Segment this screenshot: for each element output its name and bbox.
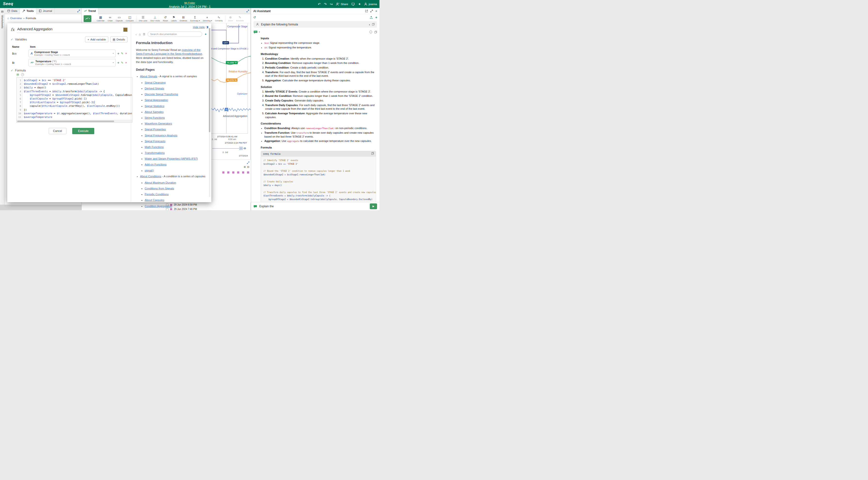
copy-icon[interactable]: [374, 31, 377, 33]
help-topic-link[interactable]: Signal Frequency Analysis: [145, 134, 177, 137]
help-topic-link[interactable]: Water and Steam Properties (IAPWS-IF97): [145, 157, 198, 160]
formula-editor-code[interactable]: $csStage2 = $cs == 'STAGE 2'$boundedCsSt…: [22, 77, 132, 120]
trend-expand-button[interactable]: [245, 8, 251, 14]
help-topic-link[interactable]: About Capsules: [145, 199, 164, 201]
help-topic-link[interactable]: About Maximum Duration: [145, 181, 176, 184]
capsule-table-icon[interactable]: ▦: [222, 171, 225, 174]
display-type-button[interactable]: ▾: [84, 15, 91, 22]
about-signals-link[interactable]: About Signals: [140, 75, 157, 78]
range-slider-handle[interactable]: [240, 147, 243, 150]
user-message-card[interactable]: Explain the following formula ▴: [253, 21, 377, 28]
tab-data[interactable]: Data: [5, 8, 20, 14]
toolbar-button-summary[interactable]: ΣSummary ▾: [189, 15, 202, 22]
my-folder-link[interactable]: My Folder: [184, 2, 195, 4]
capsule-table-icon[interactable]: ▦: [242, 171, 244, 174]
item-select[interactable]: A Compressor Stage Example » Cooling Tow…: [29, 50, 116, 57]
variable-name[interactable]: $t: [11, 61, 29, 64]
help-back-icon[interactable]: ‹: [135, 32, 137, 36]
help-topic-link[interactable]: String Functions: [145, 116, 165, 119]
zoom-out-icon[interactable]: ⊟: [247, 165, 249, 168]
help-topic-link[interactable]: Condition Aggregation: [145, 205, 172, 207]
toolbar-button-gridlines[interactable]: ⊞Gridlines: [178, 15, 189, 22]
formula-doc-icon[interactable]: ▤: [17, 73, 19, 76]
variable-name[interactable]: $cs: [11, 52, 29, 55]
trend-chart[interactable]: Compressor Stage 0 and Compressor Stage …: [211, 23, 251, 159]
range-calendar-icon[interactable]: ⊞: [244, 147, 246, 150]
info-icon[interactable]: i: [369, 31, 372, 33]
help-topic-link[interactable]: Math Functions: [145, 146, 164, 149]
close-icon[interactable]: ×: [375, 9, 377, 13]
scrollbar-thumb[interactable]: [209, 28, 210, 132]
help-topic-link[interactable]: Signal Properties: [145, 128, 166, 131]
formula-help-icon[interactable]: ?: [21, 73, 24, 76]
capsule-table-icon[interactable]: ▦: [232, 171, 234, 174]
redo-icon[interactable]: ↷: [324, 2, 327, 6]
help-topic-link[interactable]: Add-on Functions: [145, 163, 166, 166]
help-index-icon[interactable]: ☰: [143, 33, 145, 36]
zoom-in-icon[interactable]: ⊕: [244, 165, 246, 168]
toolbar-button-capsule[interactable]: ▭Capsule: [114, 15, 124, 22]
toolbar-button-dimming[interactable]: ◐Dimming ▾: [202, 15, 214, 22]
remove-item-button[interactable]: ×: [125, 61, 127, 64]
sparkle-icon[interactable]: ✦: [358, 2, 361, 6]
edit-item-button[interactable]: ✎: [121, 52, 123, 55]
copy-icon[interactable]: [372, 23, 375, 26]
toolbar-button-reset[interactable]: ↺Reset: [161, 15, 169, 22]
help-topic-link[interactable]: signal(): [145, 169, 154, 172]
share-forward-icon[interactable]: ↪: [330, 2, 333, 6]
tab-tools[interactable]: Tools: [20, 8, 36, 14]
undo-icon[interactable]: ↶: [318, 2, 321, 6]
ai-prompt-input[interactable]: Explain the: [259, 205, 368, 208]
add-item-button[interactable]: +: [117, 52, 119, 56]
toolbar-button-compare[interactable]: ◫Compare: [124, 15, 135, 22]
collapse-icon[interactable]: ▴: [369, 23, 370, 26]
user-menu[interactable]: joanna: [364, 2, 377, 6]
capsule-table-icon[interactable]: ▦: [237, 171, 240, 174]
chat-history-icon[interactable]: ↺: [253, 15, 256, 19]
add-variable-button[interactable]: + Add variable: [85, 37, 108, 42]
help-topic-link[interactable]: Signal Aggregation: [145, 99, 168, 101]
breadcrumb-overview-link[interactable]: Overview: [10, 17, 22, 20]
help-topic-link[interactable]: About Samples: [145, 110, 163, 113]
export-chat-icon[interactable]: [370, 16, 373, 19]
help-home-icon[interactable]: ⌂: [139, 32, 141, 36]
execute-button[interactable]: Execute: [72, 128, 94, 134]
help-topic-link[interactable]: Signal Forecasts: [145, 140, 165, 142]
expand-icon[interactable]: [370, 10, 373, 12]
scrollbar-thumb[interactable]: [17, 121, 114, 122]
cancel-button[interactable]: Cancel: [49, 128, 66, 134]
edit-item-button[interactable]: ✎: [121, 61, 123, 64]
help-scrollbar[interactable]: [209, 28, 210, 197]
toolbar-button-labels[interactable]: ⚑Labels: [169, 15, 178, 22]
toolbar-button-chain[interactable]: ∞Chain: [106, 15, 114, 22]
help-ai-sparkle-icon[interactable]: ✦: [204, 32, 207, 36]
send-button[interactable]: ▶: [370, 203, 377, 209]
help-topic-link[interactable]: Discrete Signal Transforms: [145, 93, 178, 96]
help-topic-link[interactable]: Signal Statistics: [145, 105, 164, 107]
help-topic-link[interactable]: Waveform Generators: [145, 122, 172, 125]
toolbar-button-one-y-axis[interactable]: ⊥One Y-Axis: [149, 15, 161, 22]
open-in-new-icon[interactable]: [365, 10, 368, 12]
capsule-table-icon[interactable]: ▦: [247, 171, 249, 174]
help-topic-link[interactable]: Conditions from Signals: [145, 187, 174, 190]
share-button[interactable]: Share: [336, 2, 348, 6]
worksheets-strip[interactable]: ▤ Worksheets: [0, 8, 5, 210]
new-chat-icon[interactable]: +: [375, 15, 377, 20]
toolbar-button-one-lane[interactable]: ☰One Lane: [137, 15, 149, 22]
tab-trend[interactable]: Trend: [82, 8, 98, 14]
color-swatch[interactable]: [123, 28, 127, 32]
capsule-table-icon[interactable]: ▦: [227, 171, 229, 174]
help-topic-link[interactable]: Transformations: [145, 151, 165, 154]
left-panel-expand-button[interactable]: [75, 8, 82, 14]
tool-name-input[interactable]: [17, 26, 120, 33]
details-button[interactable]: ▤ Details: [110, 37, 127, 42]
remove-item-button[interactable]: ×: [125, 52, 127, 55]
about-conditions-link[interactable]: About Conditions: [140, 175, 161, 178]
formula-editor[interactable]: 1234567891011 $csStage2 = $cs == 'STAGE …: [17, 77, 132, 123]
help-topic-link[interactable]: Periodic Conditions: [145, 193, 169, 196]
help-topic-link[interactable]: Derived Signals: [145, 87, 164, 90]
add-item-button[interactable]: +: [117, 61, 119, 65]
copy-icon[interactable]: [371, 152, 374, 155]
editor-horizontal-scrollbar[interactable]: [17, 120, 132, 122]
help-topic-link[interactable]: Signal Cleansing: [145, 81, 165, 84]
